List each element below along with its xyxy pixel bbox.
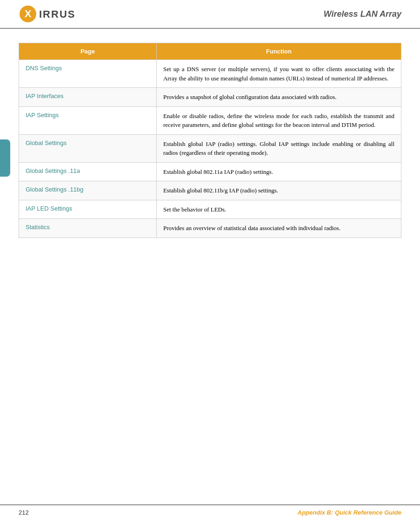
svg-text:IRRUS: IRRUS [39, 8, 75, 20]
document-title: Wireless LAN Array [324, 9, 401, 19]
page-footer: 212 Appendix B: Quick Reference Guide [0, 504, 420, 520]
table-cell-page: Global Settings .11bg [19, 181, 157, 200]
footer-page-number: 212 [19, 509, 29, 516]
table-row: IAP InterfacesProvides a snapshot of glo… [19, 88, 401, 107]
table-cell-function: Establish global 802.11b/g IAP (radio) s… [156, 181, 401, 200]
table-cell-page: Global Settings [19, 134, 157, 162]
table-cell-function: Establish global IAP (radio) settings. G… [156, 134, 401, 162]
table-row: StatisticsProvides an overview of statis… [19, 219, 401, 238]
table-row: IAP LED SettingsSet the behavior of LEDs… [19, 200, 401, 219]
col-header-function: Function [156, 43, 401, 60]
reference-table: Page Function DNS SettingsSet up a DNS s… [19, 43, 401, 238]
table-header-row: Page Function [19, 43, 401, 60]
table-row: DNS SettingsSet up a DNS server (or mult… [19, 60, 401, 88]
table-cell-page: Statistics [19, 219, 157, 238]
table-cell-page: IAP Interfaces [19, 88, 157, 107]
table-row: Global SettingsEstablish global IAP (rad… [19, 134, 401, 162]
page-header: X IRRUS Wireless LAN Array [0, 0, 420, 29]
logo: X IRRUS [19, 5, 79, 23]
table-cell-function: Enable or disable radios, define the wir… [156, 106, 401, 134]
table-cell-function: Provides a snapshot of global configurat… [156, 88, 401, 107]
table-cell-function: Set the behavior of LEDs. [156, 200, 401, 219]
table-cell-page: IAP Settings [19, 106, 157, 134]
table-cell-page: DNS Settings [19, 60, 157, 88]
table-cell-function: Provides an overview of statistical data… [156, 219, 401, 238]
table-row: Global Settings .11aEstablish global 802… [19, 162, 401, 181]
footer-section-title: Appendix B: Quick Reference Guide [298, 509, 401, 516]
svg-text:X: X [25, 8, 32, 20]
col-header-page: Page [19, 43, 157, 60]
table-row: IAP SettingsEnable or disable radios, de… [19, 106, 401, 134]
xirrus-logo-svg: X IRRUS [19, 5, 79, 23]
table-cell-page: IAP LED Settings [19, 200, 157, 219]
table-row: Global Settings .11bgEstablish global 80… [19, 181, 401, 200]
main-content: Page Function DNS SettingsSet up a DNS s… [0, 29, 420, 247]
table-cell-function: Set up a DNS server (or multiple servers… [156, 60, 401, 88]
table-cell-function: Establish global 802.11a IAP (radio) set… [156, 162, 401, 181]
table-cell-page: Global Settings .11a [19, 162, 157, 181]
